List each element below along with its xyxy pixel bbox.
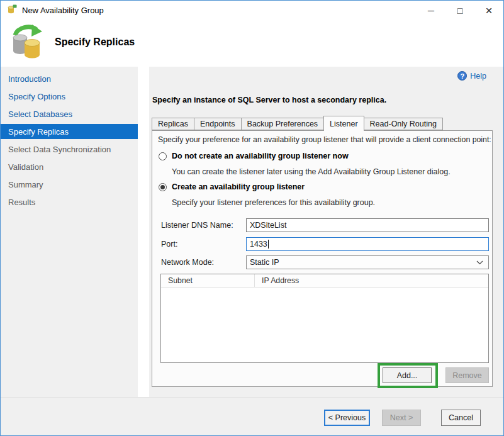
sidebar-item-specify-replicas[interactable]: Specify Replicas bbox=[1, 124, 138, 139]
column-header-subnet[interactable]: Subnet bbox=[161, 274, 255, 287]
tab-read-only-routing[interactable]: Read-Only Routing bbox=[364, 118, 443, 130]
option-create-listener-label: Create an availability group listener bbox=[172, 182, 305, 191]
text-caret bbox=[268, 240, 269, 249]
wizard-footer: < Previous Next > Cancel bbox=[1, 397, 503, 435]
tab-endpoints[interactable]: Endpoints bbox=[194, 118, 242, 130]
tab-listener[interactable]: Listener bbox=[323, 116, 364, 131]
column-header-ip-address[interactable]: IP Address bbox=[255, 274, 488, 287]
remove-button: Remove bbox=[445, 367, 489, 383]
option-create-listener-description: Specify your listener preferences for th… bbox=[172, 198, 375, 207]
dns-name-value: XDSiteList bbox=[250, 221, 286, 230]
option-no-listener[interactable]: Do not create an availability group list… bbox=[159, 152, 349, 160]
tab-replicas[interactable]: Replicas bbox=[152, 118, 194, 130]
sidebar-item-specify-options[interactable]: Specify Options bbox=[1, 89, 138, 104]
help-link[interactable]: ? Help bbox=[457, 71, 486, 81]
sidebar-item-results[interactable]: Results bbox=[1, 194, 138, 210]
wizard-header: Specify Replicas bbox=[1, 20, 503, 67]
subnet-ip-table-header: Subnet IP Address bbox=[161, 274, 488, 288]
subnet-ip-table-body[interactable] bbox=[161, 288, 488, 362]
radio-selected-icon bbox=[159, 183, 167, 191]
dns-name-input[interactable]: XDSiteList bbox=[246, 218, 489, 232]
dns-name-label: Listener DNS Name: bbox=[161, 218, 233, 232]
sidebar-item-introduction[interactable]: Introduction bbox=[1, 71, 138, 86]
network-mode-label: Network Mode: bbox=[161, 255, 214, 269]
port-input[interactable]: 1433 bbox=[246, 237, 489, 251]
cancel-button[interactable]: Cancel bbox=[441, 410, 481, 426]
network-mode-dropdown[interactable]: Static IP bbox=[246, 255, 489, 269]
listener-tab-panel: Specify your preference for an availabil… bbox=[152, 130, 493, 387]
chevron-down-icon bbox=[476, 260, 483, 265]
wizard-body: Introduction Specify Options Select Data… bbox=[1, 67, 503, 397]
close-button[interactable]: × bbox=[474, 1, 503, 20]
database-app-icon bbox=[6, 4, 17, 16]
availability-group-icon bbox=[8, 23, 46, 62]
wizard-steps-sidebar: Introduction Specify Options Select Data… bbox=[1, 67, 138, 397]
title-bar: New Availability Group ─ □ × bbox=[1, 1, 503, 20]
radio-unselected-icon bbox=[159, 152, 167, 160]
help-label: Help bbox=[470, 72, 486, 81]
sidebar-item-summary[interactable]: Summary bbox=[1, 177, 138, 192]
maximize-button[interactable]: □ bbox=[445, 1, 474, 20]
window-controls: ─ □ × bbox=[417, 1, 503, 20]
replica-tabs: Replicas Endpoints Backup Preferences Li… bbox=[152, 116, 442, 130]
network-mode-value: Static IP bbox=[250, 258, 279, 267]
option-no-listener-label: Do not create an availability group list… bbox=[172, 152, 349, 160]
sidebar-item-validation[interactable]: Validation bbox=[1, 159, 138, 174]
next-button: Next > bbox=[382, 410, 421, 426]
add-button[interactable]: Add... bbox=[383, 367, 432, 383]
sidebar-item-select-databases[interactable]: Select Databases bbox=[1, 106, 138, 121]
page-title: Specify Replicas bbox=[55, 36, 135, 48]
previous-button[interactable]: < Previous bbox=[324, 410, 370, 426]
main-panel: ? Help Specify an instance of SQL Server… bbox=[149, 67, 503, 397]
port-value: 1433 bbox=[250, 240, 267, 249]
port-label: Port: bbox=[161, 237, 177, 251]
window-title: New Availability Group bbox=[22, 6, 104, 15]
sidebar-item-select-data-synchronization[interactable]: Select Data Synchronization bbox=[1, 142, 138, 157]
option-create-listener[interactable]: Create an availability group listener bbox=[159, 182, 305, 191]
listener-intro-text: Specify your preference for an availabil… bbox=[158, 135, 491, 144]
option-no-listener-description: You can create the listener later using … bbox=[172, 167, 451, 176]
instruction-heading: Specify an instance of SQL Server to hos… bbox=[152, 96, 386, 104]
new-availability-group-dialog: New Availability Group ─ □ × Specify Rep… bbox=[0, 0, 504, 436]
minimize-button[interactable]: ─ bbox=[417, 1, 445, 20]
help-icon: ? bbox=[457, 71, 467, 81]
tab-backup-preferences[interactable]: Backup Preferences bbox=[241, 118, 325, 130]
sidebar-divider bbox=[138, 67, 149, 397]
subnet-ip-table: Subnet IP Address bbox=[160, 274, 489, 363]
